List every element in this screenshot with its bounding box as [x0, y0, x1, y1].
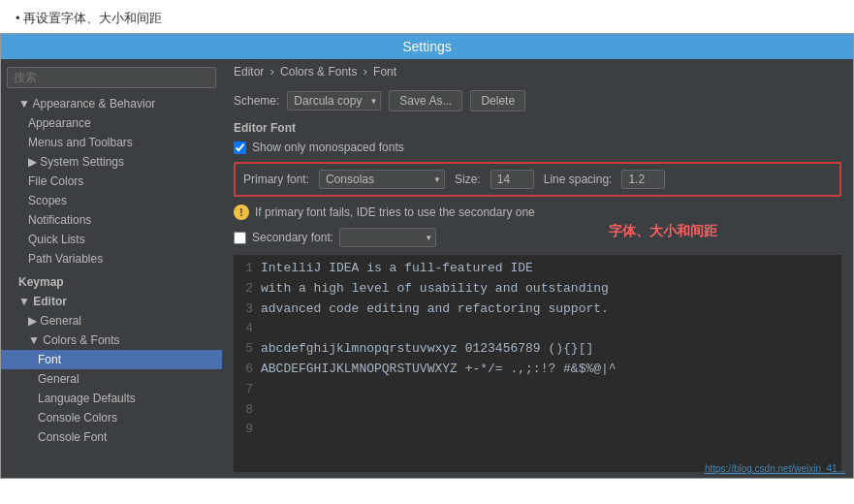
secondary-font-row: Secondary font: ▼	[234, 228, 841, 247]
sidebar-item-console-colors[interactable]: Console Colors	[1, 408, 222, 427]
sidebar-item-file-colors[interactable]: File Colors	[1, 172, 222, 191]
info-row: ! If primary font fails, IDE tries to us…	[234, 205, 841, 220]
table-row: 7	[241, 380, 834, 400]
window-title: Settings	[402, 39, 452, 54]
content-area: Editor › Colors & Fonts › Font Scheme: D…	[222, 59, 853, 478]
table-row: 6 ABCDEFGHIJKLMNOPQRSTUVWXYZ +-*/= .,;:!…	[241, 360, 834, 380]
search-input[interactable]	[7, 67, 216, 88]
scheme-select-wrapper: Darcula copy ▼	[287, 91, 381, 110]
font-settings-box: Primary font: Consolas ▼ Size: Line spac…	[234, 162, 841, 197]
sidebar-item-font[interactable]: Font	[1, 350, 222, 369]
scheme-select[interactable]: Darcula copy	[287, 91, 381, 110]
show-monospaced-label[interactable]: Show only monospaced fonts	[252, 141, 404, 154]
info-text: If primary font fails, IDE tries to use …	[255, 205, 535, 219]
table-row: 4	[241, 319, 834, 339]
sidebar-item-keymap[interactable]: Keymap	[1, 272, 222, 292]
show-monospaced-checkbox[interactable]	[234, 142, 246, 154]
table-row: 9	[241, 420, 834, 440]
secondary-font-label[interactable]: Secondary font:	[252, 231, 333, 244]
secondary-font-select-wrapper: ▼	[339, 228, 436, 247]
editor-font-section-label: Editor Font	[234, 121, 841, 135]
table-row: 3 advanced code editing and refactoring …	[241, 299, 834, 320]
scheme-label: Scheme:	[234, 94, 279, 108]
sidebar-item-quick-lists[interactable]: Quick Lists	[1, 230, 222, 249]
sidebar-item-language-defaults[interactable]: Language Defaults	[1, 389, 222, 408]
line-spacing-input[interactable]	[621, 170, 665, 189]
table-row: 2 with a high level of usability and out…	[241, 279, 834, 299]
sidebar-item-appearance[interactable]: Appearance	[1, 113, 222, 133]
scheme-row: Scheme: Darcula copy ▼ Save As... Delete	[234, 90, 841, 111]
sidebar: ▼ Appearance & Behavior Appearance Menus…	[1, 59, 222, 478]
secondary-font-checkbox[interactable]	[234, 232, 246, 244]
breadcrumb: Editor › Colors & Fonts › Font	[222, 59, 853, 84]
sidebar-item-path-variables[interactable]: Path Variables	[1, 249, 222, 268]
sidebar-item-notifications[interactable]: Notifications	[1, 210, 222, 230]
top-banner: • 再设置字体、大小和间距	[0, 0, 854, 33]
line-spacing-label: Line spacing:	[544, 173, 613, 186]
table-row: 8	[241, 400, 834, 421]
save-as-button[interactable]: Save As...	[389, 90, 462, 111]
table-row: 5 abcdefghijklmnopqrstuvwxyz 0123456789 …	[241, 339, 834, 360]
sidebar-item-general2[interactable]: General	[1, 369, 222, 389]
title-bar: Settings	[1, 34, 853, 59]
sidebar-item-scopes[interactable]: Scopes	[1, 191, 222, 210]
primary-font-select[interactable]: Consolas	[319, 170, 445, 189]
secondary-font-select[interactable]	[339, 228, 436, 247]
banner-text: • 再设置字体、大小和间距	[16, 11, 162, 25]
app-window: Settings ▼ Appearance & Behavior Appeara…	[0, 33, 854, 479]
delete-button[interactable]: Delete	[470, 90, 525, 111]
size-input[interactable]	[490, 170, 534, 189]
sidebar-item-system-settings[interactable]: ▶ System Settings	[1, 152, 222, 172]
sidebar-item-colors-fonts[interactable]: ▼ Colors & Fonts	[1, 331, 222, 350]
code-preview: 1 IntelliJ IDEA is a full-featured IDE 2…	[234, 255, 841, 472]
size-label: Size:	[455, 173, 481, 186]
sidebar-item-editor[interactable]: ▼ Editor	[1, 292, 222, 311]
primary-font-label: Primary font:	[243, 173, 309, 186]
sidebar-item-general[interactable]: ▶ General	[1, 311, 222, 331]
sidebar-item-menus-toolbars[interactable]: Menus and Toolbars	[1, 133, 222, 152]
show-monospaced-row: Show only monospaced fonts	[234, 141, 841, 154]
watermark: https://blog.csdn.net/weixin_41...	[705, 463, 845, 474]
info-icon: !	[234, 205, 249, 220]
sidebar-item-appearance-behavior[interactable]: ▼ Appearance & Behavior	[1, 94, 222, 113]
sidebar-item-console-font[interactable]: Console Font	[1, 427, 222, 447]
table-row: 1 IntelliJ IDEA is a full-featured IDE	[241, 259, 834, 279]
primary-font-select-wrapper: Consolas ▼	[319, 170, 445, 189]
